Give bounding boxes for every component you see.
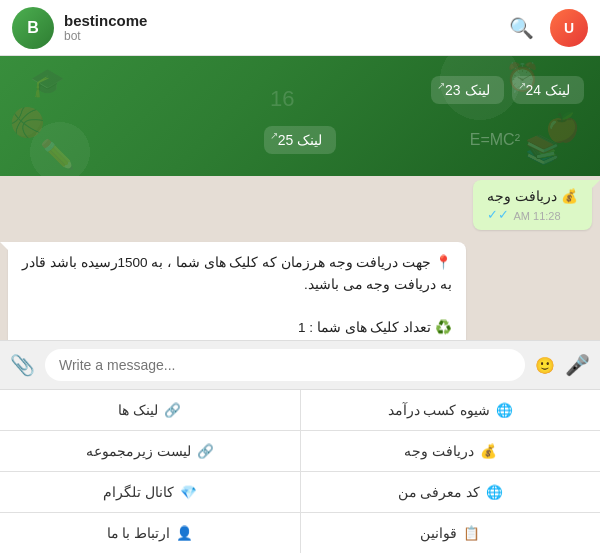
deco-apple: 🍎 xyxy=(545,111,580,144)
rules-label: قوانین xyxy=(420,525,457,541)
link-card-25[interactable]: ↗ لینک 25 xyxy=(264,126,336,154)
links-label: لینک ها xyxy=(118,402,158,418)
earn-icon: 🌐 xyxy=(496,402,513,418)
banner-decorations: 🎓 🏀 ⏰ 🍎 E=MC² ✏️ 📚 16 xyxy=(0,56,600,176)
link-card-23[interactable]: ↗ لینک 23 xyxy=(431,76,503,104)
contact-label: ارتباط با ما xyxy=(107,525,171,541)
rules-icon: 📋 xyxy=(463,525,480,541)
link-24-label: لینک 24 xyxy=(526,82,570,98)
link-card-24[interactable]: ↗ لینک 24 xyxy=(512,76,584,104)
channel-label: کانال تلگرام xyxy=(103,484,174,500)
earn-button[interactable]: 🌐 شیوه کسب درآمد xyxy=(301,390,601,430)
deco-formula: E=MC² xyxy=(470,131,520,149)
deco-basketball: 🏀 xyxy=(10,106,45,139)
link-25-label: لینک 25 xyxy=(278,132,322,148)
search-icon[interactable]: 🔍 xyxy=(509,16,534,40)
sublist-icon: 🔗 xyxy=(197,443,214,459)
banner: 🎓 🏀 ⏰ 🍎 E=MC² ✏️ 📚 16 ↗ لینک 23 ↗ لینک 2… xyxy=(0,56,600,176)
rules-button[interactable]: 📋 قوانین xyxy=(301,513,601,553)
sent-message-time: 11:28 AM xyxy=(513,210,560,222)
chat-status: bot xyxy=(64,29,499,43)
link-25-row: ↗ لینک 25 xyxy=(16,126,584,154)
sent-message-text: 💰 دریافت وجه xyxy=(487,188,578,204)
links-icon: 🔗 xyxy=(164,402,181,418)
input-area: 📎 🙂 🎤 xyxy=(0,340,600,389)
earn-label: شیوه کسب درآمد xyxy=(388,402,491,418)
referral-icon: 🌐 xyxy=(486,484,503,500)
withdraw-button[interactable]: 💰 دریافت وجه xyxy=(301,431,601,471)
sent-message-meta: 11:28 AM ✓✓ xyxy=(487,206,578,222)
microphone-icon[interactable]: 🎤 xyxy=(565,353,590,377)
deco-graduation: 🎓 xyxy=(30,66,65,99)
link-23-label: لینک 23 xyxy=(445,82,489,98)
links-button[interactable]: 🔗 لینک ها xyxy=(0,390,300,430)
chat-header: B bestincome bot 🔍 U xyxy=(0,0,600,56)
contact-icon: 👤 xyxy=(176,525,193,541)
channel-button[interactable]: 💎 کانال تلگرام xyxy=(0,472,300,512)
arrow-icon-24: ↗ xyxy=(518,80,526,91)
deco-pencil: ✏️ xyxy=(40,138,75,171)
deco-book: 📚 xyxy=(525,133,560,166)
received-line-1: 📍 جهت دریافت وجه هرزمان که کلیک های شما … xyxy=(22,252,452,274)
emoji-chevron-icon[interactable]: 🙂 xyxy=(535,356,555,375)
arrow-icon-25: ↗ xyxy=(270,130,278,141)
message-input[interactable] xyxy=(45,349,525,381)
withdraw-icon: 💰 xyxy=(480,443,497,459)
referral-button[interactable]: 🌐 کد معرفی من xyxy=(301,472,601,512)
sublist-label: لیست زیرمجموعه xyxy=(86,443,191,459)
bot-avatar: B xyxy=(12,7,54,49)
sent-message-content: 💰 دریافت وجه 11:28 AM ✓✓ xyxy=(487,188,578,222)
quick-reply-grid: 🔗 لینک ها 🌐 شیوه کسب درآمد 🔗 لیست زیرمجم… xyxy=(0,389,600,553)
profile-picture[interactable]: U xyxy=(550,9,588,47)
arrow-icon-23: ↗ xyxy=(437,80,445,91)
received-message-container: 📍 جهت دریافت وجه هرزمان که کلیک های شما … xyxy=(0,238,600,340)
double-check-icon: ✓✓ xyxy=(487,207,509,222)
sublist-button[interactable]: 🔗 لیست زیرمجموعه xyxy=(0,431,300,471)
header-info: bestincome bot xyxy=(64,12,499,43)
channel-icon: 💎 xyxy=(180,484,197,500)
attach-icon[interactable]: 📎 xyxy=(10,353,35,377)
contact-button[interactable]: 👤 ارتباط با ما xyxy=(0,513,300,553)
sent-message-container: 💰 دریافت وجه 11:28 AM ✓✓ xyxy=(0,176,600,234)
sent-message-bubble: 💰 دریافت وجه 11:28 AM ✓✓ xyxy=(473,180,592,230)
chat-area: 🎓 🏀 ⏰ 🍎 E=MC² ✏️ 📚 16 ↗ لینک 23 ↗ لینک 2… xyxy=(0,56,600,340)
referral-label: کد معرفی من xyxy=(398,484,481,500)
received-message-bubble: 📍 جهت دریافت وجه هرزمان که کلیک های شما … xyxy=(8,242,466,340)
deco-num16: 16 xyxy=(270,86,294,112)
received-line-4: ♻️ تعداد کلیک های زیرمجموعه شما : 2 xyxy=(22,338,452,340)
withdraw-label: دریافت وجه xyxy=(404,443,474,459)
received-line-3: ♻️ تعداد کلیک های شما : 1 xyxy=(22,317,452,339)
received-line-2: به دریافت وجه می باشید. xyxy=(22,274,452,296)
header-actions: 🔍 U xyxy=(509,9,588,47)
chat-name: bestincome xyxy=(64,12,499,29)
